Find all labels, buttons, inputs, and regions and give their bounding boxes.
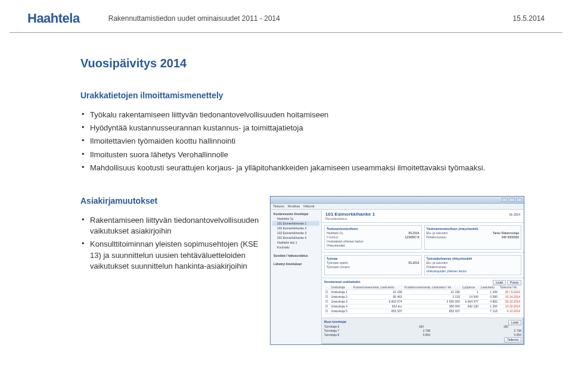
maximize-button[interactable] — [509, 198, 515, 202]
section-title: Ilmoitettavat urakkatiedot — [324, 280, 521, 284]
header-title: Rakennuttamistiedon uudet ominaisuudet 2… — [108, 14, 513, 23]
app-main: 101 Esimerkkihanke 1 Kk 2014 Perustietol… — [322, 210, 524, 344]
tree-item[interactable]: 201 Esimerkkihanke 4 — [272, 235, 319, 240]
table-row[interactable]: ☑Urakoitsija 280 4633 13314 5403 58010 1… — [324, 294, 521, 299]
list-item: Konsulttitoiminnan yleisten sopimusehtoj… — [82, 238, 259, 273]
urakkatiedot-section: Ilmoitettavat urakkatiedot Lisää Poista … — [322, 278, 524, 318]
app-sidebar: Kustannusten ilmoittajat Haahtela Oy 101… — [271, 210, 322, 344]
tree-item[interactable]: Haahtela talo 1 — [272, 240, 319, 245]
list-item: Ilmoitettavien työmaiden koottu hallinno… — [82, 135, 524, 148]
save-button[interactable]: Tallenna — [504, 337, 521, 343]
tree-item[interactable]: Koulutalo — [272, 245, 319, 250]
lower-left: Asiakirjamuutokset Rakentamiseen liittyv… — [80, 196, 259, 284]
tree-item[interactable]: 102 Esimerkkihanke 2 — [272, 226, 319, 231]
list-item: Työkalu rakentamiseen liittyvän tiedonan… — [82, 108, 524, 122]
menu-item[interactable]: Tiedosto — [273, 204, 284, 208]
section-title: Muut toimittajat — [324, 320, 521, 323]
tree-root[interactable]: Kustannusten ilmoittajat — [272, 211, 319, 216]
table-row[interactable]: Toimittaja 85 8545 854 — [324, 333, 521, 337]
content: Vuosipäivitys 2014 Urakkatietojen ilmoit… — [0, 33, 572, 345]
urakkatiedot-table: Urakoitsija Kustannusseuranta, Laskutett… — [324, 285, 521, 314]
panel-title: Tiedonantovelvollisen yhteyshenkilö — [427, 227, 520, 231]
logo: Haahtela — [27, 11, 80, 26]
app-titlebar — [271, 197, 524, 204]
page-header: Haahtela Rakennuttamistiedon uudet omina… — [10, 0, 562, 33]
panel-tyomaa: Työmaa Työmaan sijainti05.2014 Työmaan n… — [324, 255, 422, 275]
list-item: Hyödyntää kustannusseurannan kustannus- … — [82, 122, 524, 135]
lower-row: Asiakirjamuutokset Rakentamiseen liittyv… — [80, 196, 524, 345]
tree-item-selected[interactable]: 101 Esimerkkihanke 1 — [272, 221, 319, 226]
tree-item[interactable]: 103 Esimerkkihanke 3 — [272, 231, 319, 235]
panel-title: Työmaakohtainen yhteyshenkilö — [427, 257, 520, 260]
checkbox[interactable]: ☑ — [324, 294, 329, 299]
section-docs-list: Rakentamiseen liittyvän tiedonantovelvol… — [80, 214, 259, 273]
table-row[interactable]: ☑Urakoitsija 36 803 5743 000 0006 664 47… — [324, 299, 521, 304]
tree-sent[interactable]: Lähettyt ilmoitukset — [272, 262, 319, 266]
panel-tiedonantovelvollinen: Tiedonantovelvollinen Haahtela Oy05.2014… — [324, 225, 422, 250]
list-item: Ilmoitusten suora lähetys Verohallinnoll… — [82, 148, 524, 161]
app-main-header: 101 Esimerkkihanke 1 Kk 2014 Perustietol… — [322, 210, 524, 223]
contact-name-input[interactable]: Taisto Rakennuttaja — [493, 231, 519, 235]
muut-toimittajat-section: Muut toimittajat Lisää Toimittaja 616016… — [322, 318, 524, 344]
project-subtitle: Perustietolistaus — [325, 217, 520, 220]
list-item: Mahdollisuus kootusti seurattujen korjau… — [82, 161, 524, 175]
main-heading: Vuosipäivitys 2014 — [80, 57, 524, 70]
checkbox[interactable]: ☑ — [324, 304, 329, 309]
checkbox[interactable]: ☑ — [324, 309, 329, 313]
checkbox[interactable]: ☑ — [324, 290, 329, 294]
section-declare-heading: Urakkatietojen ilmoittamismenettely — [80, 91, 524, 100]
table-row[interactable]: ☑Urakoitsija 5853 337853 3377 1180 12.20… — [324, 309, 521, 313]
tree-filter[interactable]: Suodata / hakusuodatus — [272, 253, 319, 258]
menu-item[interactable]: Näkymä — [303, 204, 314, 208]
project-title: 101 Esimerkkihanke 1 — [325, 211, 375, 217]
contact-phone-input[interactable]: 045 0000000 — [502, 235, 519, 239]
panel-title: Työmaa — [327, 257, 419, 260]
period-selector[interactable]: Kk 2014 — [509, 213, 520, 216]
add-button[interactable]: Lisää — [493, 280, 506, 285]
embedded-app-screenshot: Tiedosto Muokkaa Näkymä Kustannusten ilm… — [270, 196, 524, 345]
list-item: Rakentamiseen liittyvän tiedonantovelvol… — [82, 214, 259, 238]
panel-tyomaa-yhteys: Työmaakohtainen yhteyshenkilö Etu- ja su… — [424, 255, 522, 275]
checkbox[interactable]: ☑ — [324, 299, 329, 304]
table-row[interactable]: ☑Urakoitsija 4602 êur350 000642 1301 250… — [324, 304, 521, 309]
section-docs-heading: Asiakirjamuutokset — [80, 196, 259, 206]
section-declare-list: Työkalu rakentamiseen liittyvän tiedonan… — [80, 108, 524, 175]
panel-title: Tiedonantovelvollinen — [327, 227, 419, 231]
panel-yhteyshenkilo: Tiedonantovelvollisen yhteyshenkilö Etu-… — [424, 225, 522, 250]
header-date: 15.5.2014 — [513, 14, 545, 23]
app-menubar: Tiedosto Muokkaa Näkymä — [271, 204, 524, 210]
link-urakoitsijat[interactable]: Urakoitsijoiden yhteisen tiedon — [427, 269, 467, 273]
close-button[interactable] — [516, 198, 522, 202]
menu-item[interactable]: Muokkaa — [288, 204, 300, 208]
minimize-button[interactable] — [502, 198, 508, 202]
table-row[interactable]: Toimittaja 72 7082 708 — [324, 329, 521, 333]
table-row[interactable]: Toimittaja 6160160 — [324, 325, 508, 329]
remove-button[interactable]: Poista — [507, 280, 521, 285]
table-row[interactable]: ☑Urakoitsija 121 19621 19611 15920 ( 5.2… — [324, 290, 521, 294]
tree-item[interactable]: Haahtela Oy — [272, 216, 319, 221]
add-button[interactable]: Lisää — [508, 320, 521, 325]
